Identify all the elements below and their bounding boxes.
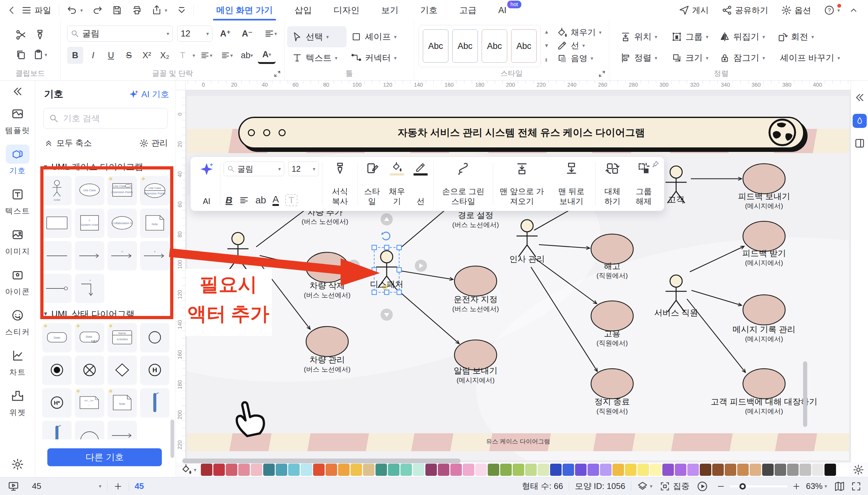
style-sample[interactable]: Abc xyxy=(511,30,537,63)
character-spacing-button[interactable]: ab▾ xyxy=(238,47,256,64)
ft-size-select[interactable]: 12 ▾ xyxy=(288,161,319,176)
cut-button[interactable] xyxy=(11,25,30,45)
ft-send-back-button[interactable]: 맨 뒤로 보내기 xyxy=(551,161,592,207)
style-scroll-up[interactable]: ▲ xyxy=(544,29,549,35)
symbol-thumb-statesub[interactable]: State xyxy=(75,323,104,353)
sidebar-item-기호[interactable]: 기호 xyxy=(0,144,35,176)
rotate-button[interactable]: 회전▾ xyxy=(772,26,830,47)
symbol-search-box[interactable] xyxy=(44,108,168,129)
style-scroll-down[interactable]: ▼ xyxy=(544,43,549,49)
tab-기호[interactable]: 기호 xyxy=(409,0,448,20)
sidebar-item-이미지[interactable]: 이미지 xyxy=(0,225,35,256)
zoom-slider-thumb[interactable] xyxy=(739,483,746,490)
flip-button[interactable]: 뒤집기▾ xyxy=(715,26,772,47)
symbol-search-input[interactable] xyxy=(62,113,155,124)
sidebar-item-차트[interactable]: 차트 xyxy=(0,346,35,377)
symbol-thumb-bendarrow[interactable]: <> xyxy=(75,274,104,303)
symbol-thumb-collab[interactable]: Collaboration X xyxy=(107,208,137,238)
shadow-button[interactable]: 음영▾ xyxy=(555,52,603,65)
ft-strike-button[interactable]: ab xyxy=(256,195,266,206)
actor-서비스 직원[interactable] xyxy=(666,275,687,312)
bullet-list-button[interactable]: ▾ xyxy=(218,47,236,64)
ft-bold-button[interactable]: B xyxy=(225,195,233,206)
copy-button[interactable] xyxy=(11,45,30,65)
style-expand[interactable]: ⇟ xyxy=(544,57,549,63)
actor-인사 관리[interactable] xyxy=(516,220,538,257)
fill-button[interactable]: 채우기▾ xyxy=(555,26,603,39)
font-style-strike-button[interactable]: S xyxy=(121,47,137,64)
focus-icon[interactable] xyxy=(660,481,670,492)
font-style-subscript-button[interactable]: X₂ xyxy=(157,47,173,64)
symbol-thumb-circle[interactable] xyxy=(140,323,170,353)
symbol-thumb-usecase[interactable]: Use Case xyxy=(75,176,104,205)
sidebar-item-템플릿[interactable]: 템플릿 xyxy=(0,104,35,136)
play-icon[interactable] xyxy=(697,481,708,492)
paste-button[interactable]: ▾ xyxy=(30,45,50,65)
layers-icon[interactable] xyxy=(637,481,648,492)
fullscreen-icon[interactable] xyxy=(851,481,862,492)
usecase-ellipse[interactable] xyxy=(743,369,785,399)
vertical-scrollbar[interactable] xyxy=(803,361,807,427)
shape-tool[interactable]: 셰이프▾ xyxy=(346,26,410,47)
usecase-ellipse[interactable] xyxy=(743,164,785,194)
symbol-thumb-finalx[interactable] xyxy=(75,356,104,385)
undo-button[interactable]: ▾ xyxy=(67,5,83,16)
collapse-topbar-icon[interactable] xyxy=(849,5,858,15)
symbol-thumb-histdeep[interactable]: H* xyxy=(42,388,72,417)
collapse-sidebar-icon[interactable] xyxy=(12,86,23,97)
format-panel-button[interactable] xyxy=(853,114,867,128)
ft-replace-button[interactable]: 대체하기 xyxy=(599,161,626,207)
association-arrow[interactable] xyxy=(536,259,597,304)
tab-메인 화면 가기[interactable]: 메인 화면 가기 xyxy=(205,0,284,20)
tab-보기[interactable]: 보기 xyxy=(370,0,409,20)
ft-fill-button[interactable]: 채우기 xyxy=(386,161,408,207)
symbol-thumb-hist[interactable]: H xyxy=(140,356,170,385)
presentation-icon[interactable] xyxy=(8,481,19,492)
palette-settings-icon[interactable] xyxy=(853,464,864,476)
select-tool[interactable]: 선택▾ xyxy=(287,26,346,47)
lock-button[interactable]: 잠그기▾ xyxy=(715,47,772,68)
format-painter-button[interactable] xyxy=(30,25,50,45)
export-button[interactable]: ▾ xyxy=(151,5,167,16)
change-shape-button[interactable]: 셰이프 바꾸기▾ xyxy=(772,47,830,68)
ft-hand-drawn-button[interactable]: 손으로 그린 스타일 xyxy=(437,161,489,207)
association-arrow[interactable] xyxy=(692,290,742,305)
association-arrow[interactable] xyxy=(256,207,309,247)
association-arrow[interactable] xyxy=(539,245,590,248)
symbol-thumb-stereoline[interactable]: <> xyxy=(107,241,137,271)
decrease-font-button[interactable]: A⁻ xyxy=(239,25,256,41)
usecase-ellipse[interactable] xyxy=(743,295,785,325)
ft-bring-front-button[interactable]: 맨 앞으로 가져오기 xyxy=(496,161,547,207)
sidebar-item-스티커[interactable]: 스티커 xyxy=(0,306,35,337)
association-arrow[interactable] xyxy=(401,271,453,279)
options-button[interactable]: 옵션 xyxy=(781,5,811,16)
ft-align-icon[interactable] xyxy=(239,195,249,205)
zoom-in-icon[interactable] xyxy=(792,482,801,491)
horizontal-scrollbar[interactable] xyxy=(182,459,461,463)
symbol-thumb-circleline[interactable] xyxy=(42,274,72,303)
usecase-ellipse[interactable] xyxy=(743,221,785,251)
symbol-thumb-note2[interactable]: <<...>>... xyxy=(75,388,104,417)
sidebar-gear-icon[interactable] xyxy=(11,458,24,471)
style-dialog-launcher-icon[interactable] xyxy=(598,70,606,78)
selection-handle[interactable] xyxy=(397,268,402,272)
ft-line-button[interactable]: 선 xyxy=(411,161,430,207)
align-text-button[interactable]: ▾ xyxy=(260,25,281,41)
connector-tool[interactable]: 커넥터▾ xyxy=(346,47,410,68)
selection-handle[interactable] xyxy=(372,245,376,250)
panel-scrollbar[interactable] xyxy=(170,420,174,458)
increase-font-button[interactable]: A⁺ xyxy=(217,25,234,41)
more-symbols-button[interactable]: 다른 기호 xyxy=(47,448,162,466)
ft-font-color-button[interactable]: A xyxy=(272,194,279,206)
actor-unnamed[interactable] xyxy=(227,233,249,270)
font-dialog-launcher-icon[interactable] xyxy=(273,70,281,78)
sidebar-item-위젯[interactable]: 위젯 xyxy=(0,386,35,417)
symbol-thumb-arrow[interactable] xyxy=(75,241,104,271)
ai-symbols-button[interactable]: AI 기호 xyxy=(128,89,169,100)
symbol-thumb-state[interactable]: State xyxy=(42,323,72,353)
style-sample[interactable]: Abc xyxy=(423,30,448,63)
zoom-dropdown-caret[interactable]: ▾ xyxy=(824,483,827,489)
selection-handle[interactable] xyxy=(372,268,376,272)
symbol-thumb-ucextrect[interactable]: Use CaseExtension Points xyxy=(107,176,137,205)
font-style-underline-button[interactable]: U xyxy=(103,47,119,64)
